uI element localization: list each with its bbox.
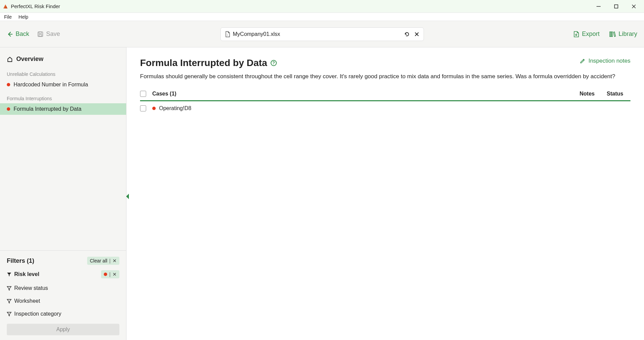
inspection-notes-button[interactable]: Inspection notes [580, 58, 630, 64]
back-label: Back [16, 30, 29, 38]
apply-filters-button[interactable]: Apply [7, 324, 119, 335]
funnel-icon [7, 299, 12, 303]
save-button[interactable]: Save [37, 30, 60, 38]
app-title: PerfectXL Risk Finder [11, 3, 60, 9]
content: Formula Interrupted by Data ? Inspection… [126, 47, 644, 340]
svg-rect-7 [39, 35, 42, 36]
description: Formulas should generally be consistent … [140, 73, 630, 80]
filter-label: Review status [14, 285, 48, 291]
library-button[interactable]: Library [609, 30, 637, 38]
menu-help[interactable]: Help [17, 14, 30, 20]
risk-dot-icon [7, 83, 10, 86]
sidebar: Overview Unreliable Calculations Hardcod… [0, 47, 126, 340]
svg-rect-1 [614, 5, 618, 8]
save-label: Save [46, 30, 60, 38]
help-icon[interactable]: ? [271, 60, 277, 66]
library-label: Library [619, 30, 637, 38]
file-icon: x [225, 31, 230, 37]
cases-label: Cases (1) [152, 91, 580, 97]
filters-panel: Filters (1) Clear all | ✕ Risk level | ✕ [0, 250, 126, 340]
funnel-icon [7, 272, 12, 277]
case-row[interactable]: Operating!D8 [140, 101, 630, 115]
menu-file[interactable]: File [3, 14, 13, 20]
app-icon [3, 4, 8, 9]
risk-dot-icon [152, 107, 156, 110]
risk-dot-icon [104, 273, 107, 276]
filter-inspection-category[interactable]: Inspection category [7, 310, 119, 318]
page-title-row: Formula Interrupted by Data ? [140, 58, 277, 68]
sidebar-item-hardcoded-number[interactable]: Hardcoded Number in Formula [0, 79, 126, 90]
filter-risk-level[interactable]: Risk level | ✕ [7, 269, 119, 280]
svg-rect-11 [610, 32, 611, 37]
close-icon: ✕ [113, 258, 117, 263]
case-checkbox[interactable] [140, 105, 146, 111]
close-icon: ✕ [113, 272, 117, 277]
overview-label: Overview [16, 56, 43, 63]
sidebar-group-unreliable: Unreliable Calculations Hardcoded Number… [0, 69, 126, 90]
select-all-checkbox[interactable] [140, 91, 146, 97]
status-header: Status [607, 91, 630, 97]
sidebar-item-label: Hardcoded Number in Formula [14, 82, 88, 88]
case-name: Operating!D8 [159, 105, 191, 111]
filter-review-status[interactable]: Review status [7, 284, 119, 293]
risk-dot-icon [7, 107, 10, 111]
home-icon [7, 56, 13, 62]
clear-all-label: Clear all [90, 258, 107, 263]
back-button[interactable]: Back [7, 30, 29, 38]
export-button[interactable]: Export [573, 30, 600, 38]
edit-icon [580, 58, 586, 64]
filter-label: Worksheet [14, 298, 40, 304]
window-controls [595, 3, 641, 10]
menubar: File Help [0, 13, 644, 21]
funnel-icon [7, 286, 12, 291]
sidebar-group-interruptions: Formula Interruptions Formula Interrupte… [0, 94, 126, 115]
minimize-button[interactable] [595, 3, 602, 10]
close-button[interactable] [630, 3, 637, 10]
main: Overview Unreliable Calculations Hardcod… [0, 47, 644, 340]
svg-text:x: x [227, 34, 228, 36]
filter-label: Risk level [14, 271, 39, 277]
filter-worksheet[interactable]: Worksheet [7, 297, 119, 305]
filter-label: Inspection category [14, 311, 61, 317]
notes-header: Notes [580, 91, 607, 97]
svg-rect-5 [38, 32, 43, 37]
clear-all-filters[interactable]: Clear all | ✕ [87, 257, 119, 265]
sidebar-overview[interactable]: Overview [0, 52, 126, 66]
sidebar-item-formula-interrupted[interactable]: Formula Interrupted by Data [0, 103, 126, 115]
funnel-icon [7, 312, 12, 316]
export-label: Export [582, 30, 600, 38]
inspection-notes-label: Inspection notes [588, 58, 630, 64]
group-title: Formula Interruptions [0, 94, 126, 103]
filters-title: Filters (1) [7, 257, 34, 264]
apply-label: Apply [56, 326, 70, 332]
filename-field: x MyCompany01.xlsx [220, 27, 424, 41]
filename-text: MyCompany01.xlsx [230, 31, 404, 37]
group-title: Unreliable Calculations [0, 69, 126, 79]
risk-level-chip[interactable]: | ✕ [101, 270, 119, 278]
maximize-button[interactable] [613, 3, 620, 10]
sidebar-item-label: Formula Interrupted by Data [14, 106, 81, 112]
svg-rect-12 [611, 32, 612, 37]
close-file-button[interactable] [414, 31, 419, 37]
toolbar: Back Save x MyCompany01.xlsx Export Libr… [0, 21, 644, 47]
cases-header: Cases (1) Notes Status [140, 91, 630, 101]
sidebar-collapse-handle[interactable] [125, 193, 130, 200]
reload-button[interactable] [404, 31, 410, 37]
page-title: Formula Interrupted by Data [140, 58, 267, 68]
titlebar: PerfectXL Risk Finder [0, 0, 644, 13]
